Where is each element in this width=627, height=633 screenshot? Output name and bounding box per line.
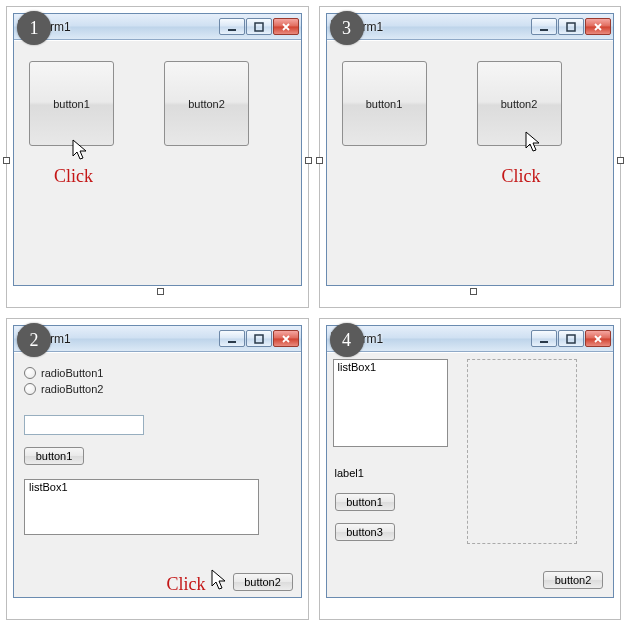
svg-rect-5 [255,335,263,343]
panels-grid: 1 Form1 button1 button2 Click [6,6,621,620]
titlebar[interactable]: Form1 [327,326,614,352]
panel-3: 3 Form1 button1 button2 Click [319,6,622,308]
window-3: Form1 button1 button2 Click [326,13,615,286]
panel-badge-3: 3 [330,11,364,45]
svg-rect-0 [228,29,236,31]
button1[interactable]: button1 [29,61,114,146]
svg-rect-2 [540,29,548,31]
cursor-icon [211,569,229,593]
minimize-button[interactable] [219,18,245,35]
panel-1: 1 Form1 button1 button2 Click [6,6,309,308]
panel-badge-1: 1 [17,11,51,45]
maximize-button[interactable] [246,330,272,347]
textbox[interactable] [24,415,144,435]
listbox-item: listBox1 [29,481,68,493]
button3[interactable]: button3 [335,523,395,541]
titlebar[interactable]: Form1 [14,14,301,40]
click-annotation: Click [167,574,206,595]
button2[interactable]: button2 [233,573,293,591]
button2[interactable]: button2 [543,571,603,589]
listbox-item: listBox1 [338,361,377,373]
radio-label: radioButton2 [41,383,103,395]
click-annotation: Click [54,166,93,187]
svg-rect-3 [567,23,575,31]
minimize-button[interactable] [531,330,557,347]
radio-label: radioButton1 [41,367,103,379]
button1[interactable]: button1 [24,447,84,465]
placeholder-area [467,359,577,544]
close-button[interactable] [585,18,611,35]
panel-2: 2 Form1 radioButton1 [6,318,309,620]
listbox[interactable]: listBox1 [333,359,448,447]
close-button[interactable] [585,330,611,347]
minimize-button[interactable] [219,330,245,347]
window-1: Form1 button1 button2 Click [13,13,302,286]
button1[interactable]: button1 [342,61,427,146]
maximize-button[interactable] [558,330,584,347]
close-button[interactable] [273,330,299,347]
panel-4: 4 Form1 listBox1 label1 [319,318,622,620]
listbox[interactable]: listBox1 [24,479,259,535]
maximize-button[interactable] [246,18,272,35]
panel-badge-2: 2 [17,323,51,357]
radio-icon [24,383,36,395]
window-2: Form1 radioButton1 radioButton2 [13,325,302,598]
radiobutton2[interactable]: radioButton2 [24,383,291,395]
close-button[interactable] [273,18,299,35]
button2[interactable]: button2 [477,61,562,146]
minimize-button[interactable] [531,18,557,35]
titlebar[interactable]: Form1 [14,326,301,352]
radio-icon [24,367,36,379]
maximize-button[interactable] [558,18,584,35]
titlebar[interactable]: Form1 [327,14,614,40]
window-4: Form1 listBox1 label1 button1 button3 [326,325,615,598]
svg-rect-4 [228,341,236,343]
click-annotation: Click [502,166,541,187]
svg-rect-1 [255,23,263,31]
panel-badge-4: 4 [330,323,364,357]
svg-rect-7 [567,335,575,343]
svg-rect-6 [540,341,548,343]
button2[interactable]: button2 [164,61,249,146]
radiobutton1[interactable]: radioButton1 [24,367,291,379]
label1: label1 [335,467,364,479]
button1[interactable]: button1 [335,493,395,511]
